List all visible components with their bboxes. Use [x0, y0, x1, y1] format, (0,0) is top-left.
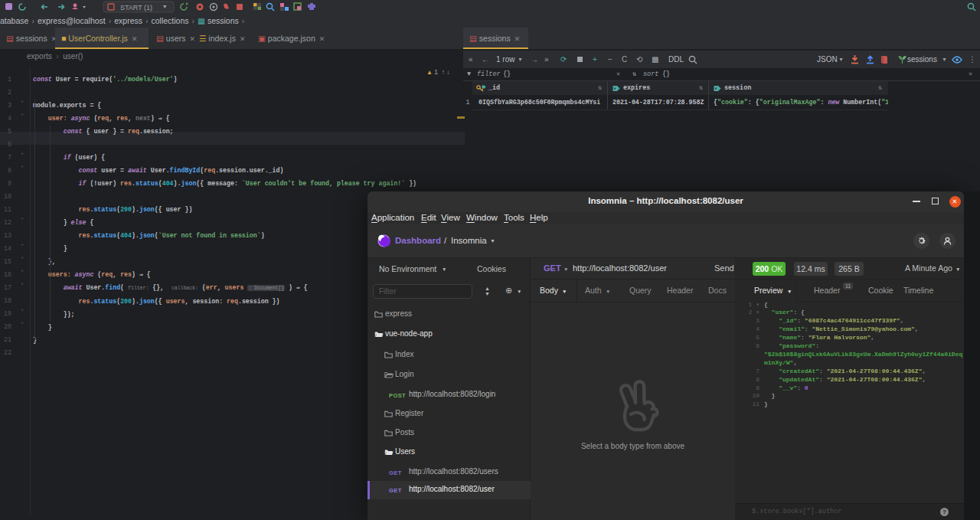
svg-text:START (1): START (1)	[120, 4, 152, 11]
